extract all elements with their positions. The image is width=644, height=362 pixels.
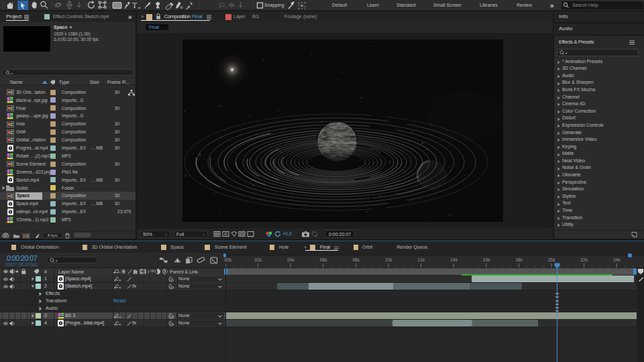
- svg-text:#: #: [44, 269, 47, 274]
- svg-text:T: T: [132, 1, 138, 10]
